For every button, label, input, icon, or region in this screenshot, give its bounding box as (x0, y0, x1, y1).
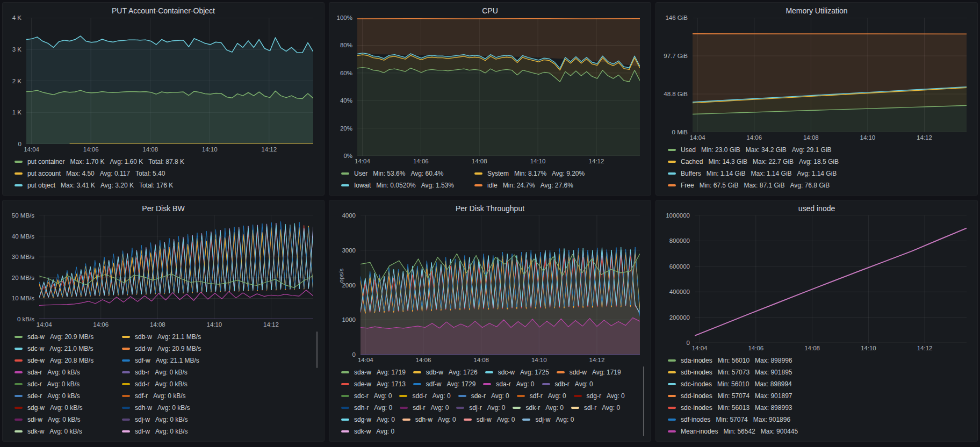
legend-color-icon (483, 383, 491, 385)
legend-item[interactable]: sdb-inodesMin: 57073Max: 901895 (668, 366, 824, 378)
panel-title[interactable]: PUT Account-Container-Object (8, 6, 319, 15)
legend-item[interactable]: sdh-wAvg: 0 (402, 414, 456, 426)
legend-item[interactable]: sdb-wAvg: 21.1 MB/s (122, 331, 221, 343)
legend-item[interactable]: CachedMin: 14.3 GiBMax: 22.7 GiBAvg: 18.… (668, 156, 969, 168)
legend-series-stat: Avg: 9.20% (552, 168, 585, 179)
legend-color-icon (341, 383, 349, 385)
legend-series-stat: Max: 22.7 GiB (753, 156, 794, 168)
legend-color-icon (522, 419, 530, 421)
legend-item[interactable]: sda-wAvg: 1719 (341, 366, 406, 378)
plot-area[interactable] (39, 215, 313, 319)
legend-item[interactable]: sda-rAvg: 0 kB/s (15, 366, 113, 378)
panel-title[interactable]: Memory Utilization (661, 6, 972, 15)
legend-item[interactable]: sdg-rAvg: 0 (574, 390, 625, 402)
legend-item[interactable]: sdd-rAvg: 0 kB/s (122, 378, 221, 390)
plot-area[interactable] (357, 18, 640, 156)
legend-item[interactable]: sdd-rAvg: 0 (399, 390, 450, 402)
legend-scrollbar[interactable] (643, 366, 644, 436)
legend-item[interactable]: sde-rAvg: 0 (458, 390, 509, 402)
legend-item[interactable]: sdb-rAvg: 0 kB/s (122, 366, 221, 378)
panel-title[interactable]: used inode (661, 204, 972, 213)
legend-item[interactable]: sdd-inodesMin: 57074Max: 901897 (668, 390, 824, 402)
y-axis-tick-label: 80% (340, 42, 352, 48)
legend-item[interactable]: idleMin: 24.7%Avg: 27.6% (474, 179, 599, 191)
plot-area[interactable] (26, 18, 313, 144)
panel-title[interactable]: CPU (335, 6, 645, 15)
legend-item[interactable]: sdj-wAvg: 0 kB/s (122, 414, 221, 426)
legend-series-name: Free (681, 179, 694, 191)
y-axis-labels: 146 GiB97.7 GiB48.8 GiB0 MiB (661, 18, 688, 132)
legend-item[interactable]: sdf-wAvg: 1729 (413, 378, 476, 390)
legend-item[interactable]: put containerMax: 1.70 KAvg: 1.60 KTotal… (15, 156, 315, 168)
legend-item[interactable]: sdg-wAvg: 0 (341, 414, 395, 426)
legend-item[interactable]: sdk-wAvg: 0 (341, 426, 394, 437)
legend-item[interactable]: put objectMax: 3.41 KAvg: 3.20 KTotal: 1… (15, 179, 315, 191)
legend-item[interactable]: UsedMin: 23.0 GiBMax: 34.2 GiBAvg: 29.1 … (668, 144, 969, 156)
legend-item[interactable]: sdh-rAvg: 0 (341, 402, 392, 414)
y-axis-tick-label: 97.7 GiB (664, 53, 688, 59)
legend-item[interactable]: sdi-wAvg: 0 (464, 414, 515, 426)
legend-series-stat: Avg: 21.1 MB/s (157, 331, 201, 343)
legend-item[interactable]: BuffersMin: 1.14 GiBMax: 1.14 GiBAvg: 1.… (668, 168, 969, 179)
legend-color-icon (15, 336, 23, 338)
legend-item[interactable]: sdi-wAvg: 0 kB/s (15, 414, 113, 426)
legend-item[interactable]: put accountMax: 4.50Avg: 0.117Total: 5.4… (15, 168, 315, 179)
plot-area[interactable] (693, 18, 967, 132)
legend-item[interactable]: sdf-inodesMin: 57074Max: 901896 (668, 414, 824, 426)
legend-series-stat: Avg: 0 (497, 414, 515, 426)
legend-item[interactable]: sdl-rAvg: 0 (571, 402, 620, 414)
y-axis-tick-label: 0 kB/s (17, 316, 34, 322)
legend-item[interactable]: sdc-wAvg: 21.0 MB/s (15, 343, 113, 355)
legend-color-icon (15, 430, 23, 432)
legend-item[interactable]: sdk-rAvg: 0 (513, 402, 563, 414)
legend-item[interactable]: sdl-wAvg: 0 kB/s (122, 426, 221, 437)
legend-item[interactable]: sdb-rAvg: 0 (542, 378, 593, 390)
legend-item[interactable]: sda-wAvg: 20.9 MB/s (15, 331, 113, 343)
panel-title[interactable]: Per Disk Throughput (335, 204, 645, 213)
legend-item[interactable]: UserMin: 53.6%Avg: 60.4% (341, 168, 466, 179)
legend-item[interactable]: sdj-wAvg: 0 (522, 414, 574, 426)
legend-item[interactable]: sdf-rAvg: 0 (517, 390, 566, 402)
legend-item[interactable]: sdb-wAvg: 1726 (413, 366, 478, 378)
legend: UsedMin: 23.0 GiBMax: 34.2 GiBAvg: 29.1 … (661, 142, 972, 193)
legend-item[interactable]: sdc-rAvg: 0 (341, 390, 392, 402)
legend-item[interactable]: sdh-wAvg: 0 kB/s (122, 402, 221, 414)
legend-item[interactable]: sdd-wAvg: 20.9 MB/s (122, 343, 221, 355)
legend-item[interactable]: sdi-rAvg: 0 (400, 402, 449, 414)
legend-item[interactable]: sdf-rAvg: 0 kB/s (122, 390, 221, 402)
legend-series-name: sdi-w (477, 414, 492, 426)
y-axis-tick-label: 10 MB/s (12, 295, 34, 301)
legend-scrollbar[interactable] (316, 331, 318, 368)
legend-item[interactable]: sde-wAvg: 20.8 MB/s (15, 355, 113, 366)
chart-put-account-container-object: 4 K3 K2 K1 K0 14:0414:0614:0814:1014:12 (8, 18, 319, 154)
legend-item[interactable]: sde-wAvg: 1713 (341, 378, 406, 390)
legend-item[interactable]: sdj-rAvg: 0 (456, 402, 505, 414)
legend-series-stat: Min: 1.14 GiB (707, 168, 746, 179)
legend-item[interactable]: FreeMin: 67.5 GiBMax: 87.1 GiBAvg: 76.8 … (668, 179, 969, 191)
legend-series-stat: Avg: 0 kB/s (155, 378, 187, 390)
x-axis-tick-label: 14:08 (804, 345, 820, 351)
legend-item[interactable]: sdk-wAvg: 0 kB/s (15, 426, 113, 437)
legend-item[interactable]: sdc-inodesMin: 56010Max: 898994 (668, 378, 824, 390)
legend-item[interactable]: sdc-wAvg: 1725 (485, 366, 549, 378)
legend-item[interactable]: Mean-inodesMin: 56542Max: 900445 (668, 426, 824, 437)
legend-item[interactable]: sde-inodesMin: 56013Max: 898993 (668, 402, 824, 414)
panel-title[interactable]: Per Disk BW (8, 204, 319, 213)
legend-series-name: sdd-w (135, 343, 152, 355)
legend-item[interactable]: sda-rAvg: 0 (483, 378, 534, 390)
legend-color-icon (474, 184, 482, 186)
legend-series-name: put container (27, 156, 64, 168)
legend-series-stat: Min: 57074 (716, 414, 747, 426)
legend-item[interactable]: sdg-wAvg: 0 kB/s (15, 402, 113, 414)
legend-series-name: Iowait (354, 179, 371, 191)
plot-area[interactable] (695, 215, 967, 343)
legend-item[interactable]: SystemMin: 8.17%Avg: 9.20% (474, 168, 599, 179)
plot-area[interactable] (361, 215, 640, 355)
legend-item[interactable]: IowaitMin: 0.0520%Avg: 1.53% (341, 179, 466, 191)
legend-item[interactable]: sda-inodesMin: 56010Max: 898996 (668, 355, 824, 366)
legend-item[interactable]: sde-rAvg: 0 kB/s (15, 390, 113, 402)
legend-series-stat: Avg: 27.6% (541, 179, 573, 191)
legend-item[interactable]: sdf-wAvg: 21.1 MB/s (122, 355, 221, 366)
legend-item[interactable]: sdd-wAvg: 1719 (557, 366, 621, 378)
legend-item[interactable]: sdc-rAvg: 0 kB/s (15, 378, 113, 390)
